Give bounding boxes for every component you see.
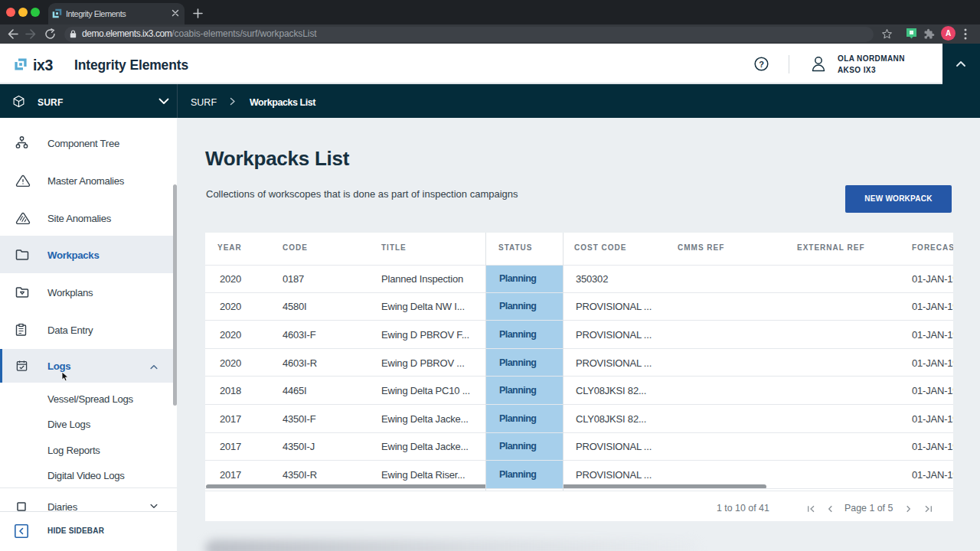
svg-text:?: ? [759, 60, 764, 69]
